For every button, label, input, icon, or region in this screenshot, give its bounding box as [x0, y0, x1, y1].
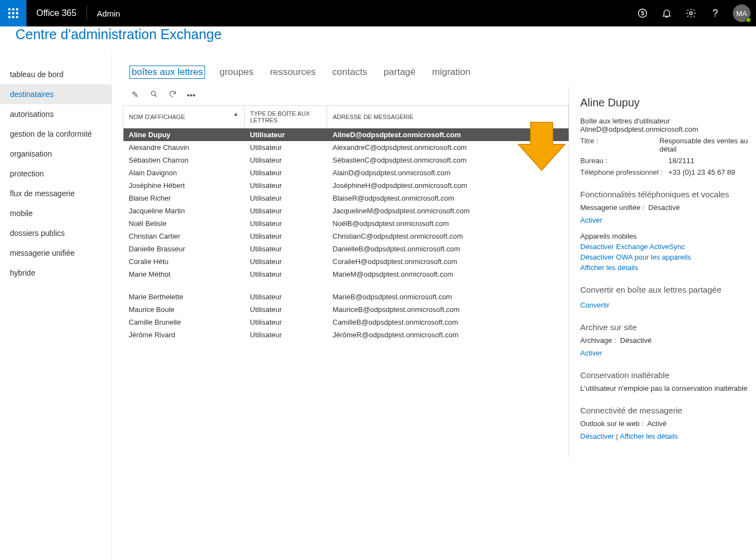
edit-icon[interactable]: ✎ — [129, 90, 141, 100]
owa-show-details-link[interactable]: Afficher les détails — [620, 432, 678, 440]
table-row[interactable]: Aline DupuyUtilisateurAlineD@odpsdptest.… — [123, 128, 569, 142]
um-value: Désactivé — [649, 203, 680, 212]
table-row[interactable]: Marie MéthotUtilisateurMarieM@odpsdptest… — [123, 268, 569, 281]
search-icon[interactable] — [148, 90, 159, 100]
owa-label: Outlook sur le web : — [580, 419, 644, 428]
table-row[interactable]: Marie BertheletteUtilisateurMarieB@odpsd… — [123, 290, 569, 303]
table-row[interactable]: Alain DavignonUtilisateurAlainD@odpsdpte… — [123, 166, 569, 179]
avatar-initials: MA — [736, 9, 747, 18]
cell-name: Maurice Boule — [123, 303, 245, 316]
nav-item-flux-de-messagerie[interactable]: flux de messagerie — [0, 184, 111, 203]
table-row[interactable]: Noël BelisleUtilisateurNoëlB@odpsdptest.… — [123, 217, 569, 230]
table-row[interactable]: Camille BrunelleUtilisateurCamilleB@odps… — [123, 316, 569, 329]
archive-enable-link[interactable]: Activer — [580, 349, 602, 357]
cell-name: Jérôme Rivard — [123, 329, 245, 341]
cell-name: Alexandre Chauvin — [123, 141, 245, 154]
tab-ressources[interactable]: ressources — [268, 66, 318, 79]
settings-gear-icon[interactable] — [679, 0, 703, 26]
table-row[interactable]: Blaise RicherUtilisateurBlaiseR@odpsdpte… — [123, 192, 569, 204]
owa-disable-link[interactable]: Désactiver — [580, 432, 614, 440]
admin-label[interactable]: Admin — [87, 9, 131, 18]
nav-item-gestion-de-la-conformité[interactable]: gestion de la conformité — [0, 124, 111, 144]
cell-name: Blaise Richer — [123, 192, 245, 204]
table-row[interactable]: Jérôme RivardUtilisateurJérômeR@odpsdpte… — [123, 329, 569, 341]
table-row[interactable]: Joséphine HébertUtilisateurJoséphineH@od… — [123, 179, 569, 192]
nav-item-mobile[interactable]: mobile — [0, 203, 111, 223]
skype-icon[interactable] — [630, 0, 655, 26]
cell-type: Utilisateur — [245, 204, 327, 217]
cell-email: DanielleB@odpsdptest.onmicrosoft.com — [327, 243, 569, 255]
disable-owa-devices-link[interactable]: Désactiver OWA pour les appareils — [580, 253, 756, 261]
list-toolbar: ✎ ••• — [123, 87, 569, 105]
table-row[interactable]: Danielle BrasseurUtilisateurDanielleB@od… — [123, 243, 569, 255]
disable-eas-link[interactable]: Désactiver Exchange ActiveSync — [580, 243, 756, 251]
cell-type: Utilisateur — [245, 303, 327, 316]
cell-type: Utilisateur — [245, 329, 327, 341]
help-icon[interactable]: ? — [703, 0, 727, 26]
details-email: AlineD@odpsdptest.onmicrosoft.com — [580, 125, 756, 133]
cell-email: ChristianC@odpsdptest.onmicrosoft.com — [327, 230, 569, 243]
cell-type: Utilisateur — [245, 166, 327, 179]
table-row[interactable]: Coralie HétuUtilisateurCoralieH@odpsdpte… — [123, 255, 569, 268]
archive-label: Archivage : — [580, 336, 616, 344]
col-display-name[interactable]: NOM D'AFFICHAGE▲ — [123, 106, 245, 128]
refresh-icon[interactable] — [167, 90, 178, 100]
cell-name: Camille Brunelle — [123, 316, 245, 329]
table-row[interactable]: Christian CartierUtilisateurChristianC@o… — [123, 230, 569, 243]
show-mobile-details-link[interactable]: Afficher les détails — [580, 263, 756, 272]
tab-contacts[interactable]: contacts — [330, 66, 369, 79]
nav-item-protection[interactable]: protection — [0, 164, 111, 184]
cell-type: Utilisateur — [245, 128, 327, 142]
nav-item-autorisations[interactable]: autorisations — [0, 104, 111, 124]
svg-point-1 — [690, 12, 693, 15]
brand-label: Office 365 — [26, 6, 87, 21]
svg-line-3 — [155, 95, 156, 96]
table-row[interactable]: Jacqueline MartinUtilisateurJacquelineM@… — [123, 204, 569, 217]
cell-email: CoralieH@odpsdptest.onmicrosoft.com — [327, 255, 569, 268]
cell-email: NoëlB@odpsdptest.onmicrosoft.com — [327, 217, 569, 230]
nav-item-destinataires[interactable]: destinataires — [0, 84, 111, 104]
nav-item-tableau-de-bord[interactable]: tableau de bord — [0, 64, 111, 84]
cell-name: Noël Belisle — [123, 217, 245, 230]
waffle-icon — [8, 8, 18, 18]
um-enable-link[interactable]: Activer — [580, 216, 602, 224]
app-launcher-button[interactable] — [0, 0, 26, 26]
cell-email: JacquelineM@odpsdptest.onmicrosoft.com — [327, 204, 569, 217]
details-mailbox-type: Boîte aux lettres d'utilisateur — [580, 117, 756, 125]
nav-item-organisation[interactable]: organisation — [0, 144, 111, 164]
hold-heading: Conservation inaltérable — [580, 370, 756, 380]
details-title-value: Responsable des ventes au détail — [660, 137, 756, 153]
notifications-icon[interactable] — [655, 0, 679, 26]
page-title: Centre d'administration Exchange — [15, 26, 756, 42]
convert-link[interactable]: Convertir — [580, 301, 609, 309]
cell-type: Utilisateur — [245, 179, 327, 192]
details-office-value: 18/2111 — [668, 157, 694, 165]
tab-partagé[interactable]: partagé — [381, 66, 418, 79]
svg-point-2 — [151, 91, 155, 96]
user-avatar[interactable]: MA — [733, 4, 750, 22]
connectivity-heading: Connectivité de messagerie — [580, 406, 756, 415]
archive-value: Désactivé — [620, 336, 651, 344]
nav-item-messagerie-unifiée[interactable]: messagerie unifiée — [0, 243, 111, 263]
nav-item-dossiers-publics[interactable]: dossiers publics — [0, 223, 111, 243]
table-row[interactable]: Alexandre ChauvinUtilisateurAlexandreC@o… — [123, 141, 569, 154]
tab-migration[interactable]: migration — [430, 66, 473, 79]
table-row[interactable]: Sébastien CharronUtilisateurSébastienC@o… — [123, 154, 569, 166]
cell-email: CamilleB@odpsdptest.onmicrosoft.com — [327, 316, 569, 329]
tab-boîtes-aux-lettres[interactable]: boîtes aux lettres — [129, 66, 205, 79]
cell-type: Utilisateur — [245, 230, 327, 243]
details-pane: Aline Dupuy Boîte aux lettres d'utilisat… — [569, 87, 756, 457]
details-office-label: Bureau : — [580, 157, 668, 165]
more-icon[interactable]: ••• — [186, 90, 197, 100]
cell-name: Danielle Brasseur — [123, 243, 245, 255]
cell-email: BlaiseR@odpsdptest.onmicrosoft.com — [327, 192, 569, 204]
table-row[interactable]: Maurice BouleUtilisateurMauriceB@odpsdpt… — [123, 303, 569, 316]
top-bar: Office 365 Admin ? MA — [0, 0, 756, 26]
details-title-label: Titre : — [580, 137, 660, 153]
nav-item-hybride[interactable]: hybride — [0, 263, 111, 283]
separator: | — [616, 432, 620, 440]
tab-groupes[interactable]: groupes — [217, 66, 255, 79]
col-mailbox-type[interactable]: TYPE DE BOÎTE AUX LETTRES — [245, 106, 327, 128]
cell-name: Marie Méthot — [123, 268, 245, 281]
tab-strip: boîtes aux lettresgroupesressourcesconta… — [112, 52, 756, 87]
